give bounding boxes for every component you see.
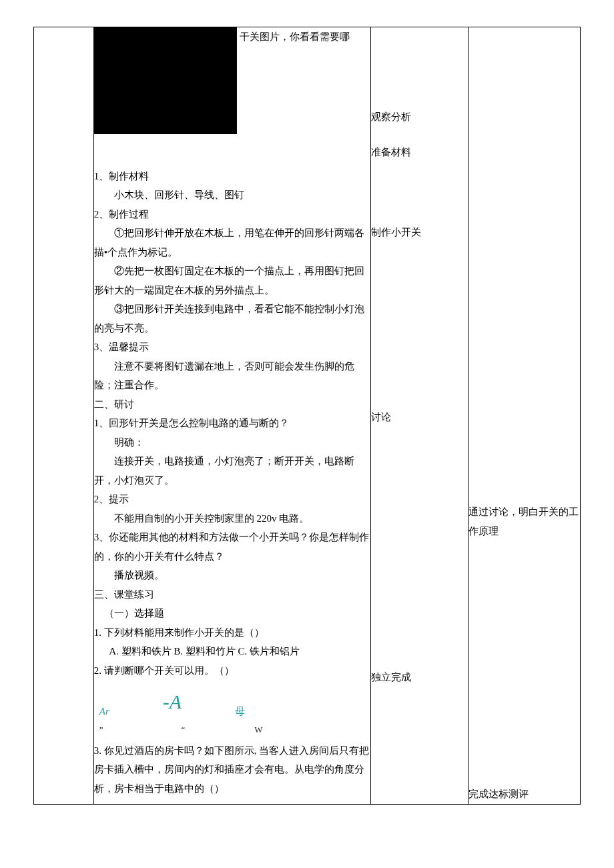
sec2-q1-mk: 明确： bbox=[94, 433, 370, 452]
diagram-label-ar: Ar bbox=[99, 702, 109, 721]
sec2-q1: 1、回形针开关是怎么控制电路的通与断的？ bbox=[94, 414, 370, 433]
document-page: 干关图片，你看看需要哪 g 1、制作材料 小木块、回形针、导线、图钉 2、制作过… bbox=[33, 27, 581, 805]
sec2-q2-body: 不能用自制的小开关控制家里的 220v 电路。 bbox=[94, 509, 370, 528]
question-2: 2. 请判断哪个开关可以用。（） bbox=[94, 661, 370, 681]
activity-make-switch: 制作小开关 bbox=[371, 223, 468, 242]
main-column: 干关图片，你看看需要哪 g 1、制作材料 小木块、回形针、导线、图钉 2、制作过… bbox=[93, 27, 370, 805]
image-hint-row: 干关图片，你看看需要哪 g bbox=[94, 27, 370, 153]
section-2-step3: ③把回形针开关连接到电路中，看看它能不能控制小灯泡的亮与不亮。 bbox=[94, 300, 370, 338]
question-3: 3. 你见过酒店的房卡吗？如下图所示, 当客人进入房间后只有把房卡插入槽中，房间… bbox=[94, 741, 370, 799]
sec3-title: 三、课堂练习 bbox=[94, 585, 370, 604]
left-column bbox=[34, 27, 94, 805]
section-3-body: 注意不要将图钉遗漏在地上，否则可能会发生伤脚的危险；注重合作。 bbox=[94, 357, 370, 395]
activity-prepare: 准备材料 bbox=[371, 143, 468, 162]
section-2-step1: ①把回形针伸开放在木板上，用笔在伸开的回形针两端各描•个点作为标记。 bbox=[94, 224, 370, 262]
sec2-q3: 3、你还能用其他的材料和方法做一个小开关吗？你是怎样制作的，你的小开关有什么特点… bbox=[94, 528, 370, 566]
sec2-q2: 2、提示 bbox=[94, 490, 370, 509]
activity-observe: 观察分析 bbox=[371, 107, 468, 127]
section-2-title: 2、制作过程 bbox=[94, 205, 370, 224]
question-1: 1. 下列材料能用来制作小开关的是（） bbox=[94, 623, 370, 642]
sec3-sub: （一）选择题 bbox=[94, 604, 370, 623]
sec2-title: 二、研讨 bbox=[94, 395, 370, 414]
activity-column: 观察分析 准备材料 制作小开关 讨论 独立完成 bbox=[370, 27, 468, 805]
sec2-q3-body: 播放视频。 bbox=[94, 566, 370, 585]
section-1-body: 小木块、回形针、导线、图钉 bbox=[94, 185, 370, 205]
sec2-q1-ans: 连接开关，电路接通，小灯泡亮了；断开开关，电路断开，小灯泡灭了。 bbox=[94, 452, 370, 490]
note-assessment: 完成达标测评 bbox=[469, 785, 580, 804]
g-marker: g bbox=[95, 34, 372, 53]
layout-table: 干关图片，你看看需要哪 g 1、制作材料 小木块、回形针、导线、图钉 2、制作过… bbox=[33, 27, 581, 805]
notes-column: 通过讨论，明白开关的工作原理 完成达标测评 bbox=[468, 27, 580, 805]
activity-discuss: 讨论 bbox=[371, 408, 468, 427]
diagram-label-a: -A bbox=[163, 683, 182, 721]
switch-diagram-row: Ar -A 母 bbox=[94, 680, 370, 722]
diagram-label-mu: 母 bbox=[235, 702, 245, 721]
note-discussion: 通过讨论，明白开关的工作原理 bbox=[469, 502, 580, 540]
question-1-options: A. 塑料和铁片 B. 塑料和竹片 C. 铁片和铝片 bbox=[94, 642, 370, 661]
section-1-title: 1、制作材料 bbox=[94, 167, 370, 186]
section-2-step2: ②先把一枚图钉固定在木板的一个描点上，再用图钉把回形针大的一端固定在木板的另外描… bbox=[94, 262, 370, 300]
diagram-quote-row: ” “ W bbox=[94, 722, 370, 741]
section-3-title: 3、温馨提示 bbox=[94, 338, 370, 357]
activity-independent: 独立完成 bbox=[371, 668, 468, 687]
